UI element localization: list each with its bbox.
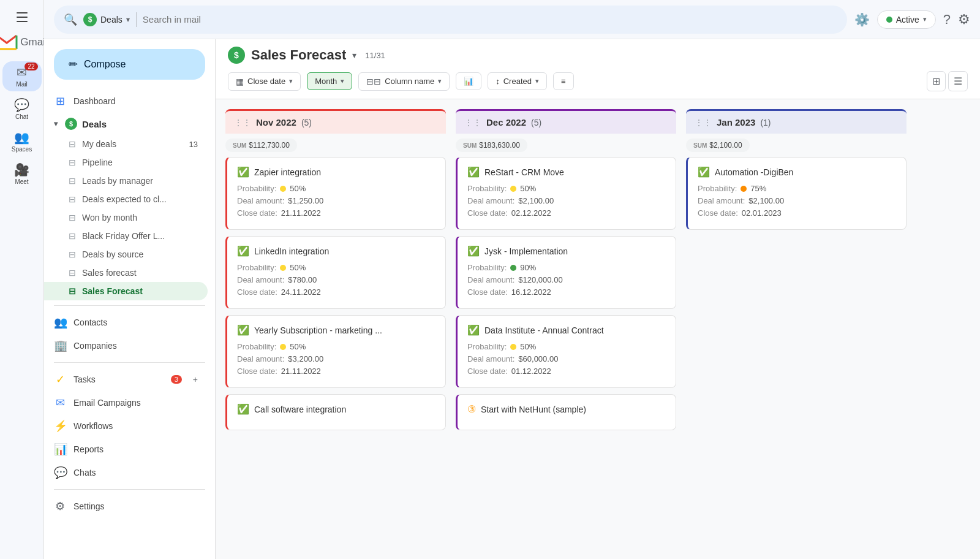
settings-icon[interactable]: ⚙ <box>958 12 970 28</box>
deals-nav-header[interactable]: ▾ $ Deals <box>44 113 215 135</box>
prob-value-jysk: 90% <box>520 263 536 272</box>
search-icon: 🔍 <box>64 13 77 26</box>
deal-title-data-institute: ✅ Data Institute - Annual Contract <box>467 324 666 336</box>
tasks-add-icon[interactable]: + <box>193 375 198 384</box>
page-title-chevron-icon[interactable]: ▾ <box>352 50 356 60</box>
filter-icon[interactable]: ⚙️ <box>854 12 870 27</box>
card-view-button[interactable]: ⊞ <box>927 71 946 91</box>
won-month-icon: ⊟ <box>69 213 76 222</box>
deal-card-automation[interactable]: ✅ Automation -DigiBen Probability: 75% D… <box>686 157 907 230</box>
deal-card-linkedin[interactable]: ✅ LinkedIn integration Probability: 50% … <box>225 236 446 309</box>
sidebar-item-won-by-month[interactable]: ⊟ Won by month <box>44 208 208 227</box>
sidebar-nav-meet[interactable]: 🎥 Meet <box>2 159 42 189</box>
prob-value-linkedin: 50% <box>290 263 306 272</box>
deals-selector[interactable]: $ Deals ▾ <box>83 13 130 26</box>
column-sum-dec2022: SUM $183,630.00 <box>456 139 527 152</box>
compose-button[interactable]: ✏ Compose <box>54 49 205 80</box>
sidebar-item-dashboard[interactable]: ⊞ Dashboard <box>44 89 208 113</box>
column-count-nov2022: (5) <box>301 118 312 127</box>
settings-label: Settings <box>74 501 105 511</box>
close-date-label: Close date <box>247 77 285 86</box>
sidebar-item-workflows[interactable]: ⚡ Workflows <box>44 414 208 438</box>
nav-divider-2 <box>54 362 205 363</box>
sidebar-item-tasks[interactable]: ✓ Tasks 3 + <box>44 368 208 391</box>
sidebar-item-sales-forecast-sub[interactable]: ⊟ Sales forecast <box>44 264 208 282</box>
chats-label: Chats <box>74 468 96 477</box>
close-date-value-yearly: 21.11.2022 <box>281 367 321 376</box>
deal-check-linkedin-icon: ✅ <box>237 245 249 257</box>
deal-card-jysk[interactable]: ✅ Jysk - Implementation Probability: 90%… <box>456 236 676 309</box>
deal-card-call-software[interactable]: ✅ Call software integration <box>225 394 446 430</box>
column-cards-dec2022: ✅ ReStart - CRM Move Probability: 50% De… <box>456 157 676 549</box>
deal-amount-restart: Deal amount: $2,100.00 <box>467 196 666 205</box>
deal-check-data-icon: ✅ <box>467 324 480 336</box>
help-icon[interactable]: ? <box>943 12 951 28</box>
close-date-value-jysk: 16.12.2022 <box>511 287 551 297</box>
filter-column-name[interactable]: ⊟⊟ Column name ▾ <box>358 72 450 91</box>
sidebar-item-deals-expected[interactable]: ⊟ Deals expected to cl... <box>44 190 208 208</box>
email-campaigns-label: Email Campaigns <box>74 398 141 408</box>
deal-card-restart[interactable]: ✅ ReStart - CRM Move Probability: 50% De… <box>456 157 676 230</box>
filter-extra[interactable]: ≡ <box>553 72 574 90</box>
sidebar-item-settings[interactable]: ⚙ Settings <box>44 495 208 518</box>
sidebar-nav-chat[interactable]: 💬 Chat <box>2 94 42 124</box>
deals-icon: $ <box>83 13 97 26</box>
left-nav: ✏ Compose ⊞ Dashboard ▾ $ Deals ⊟ My dea… <box>44 39 216 559</box>
sales-forecast-active-icon: ⊟ <box>69 286 76 296</box>
sidebar-item-my-deals[interactable]: ⊟ My deals 13 <box>44 135 208 153</box>
close-date-chevron-icon: ▾ <box>289 77 293 85</box>
sidebar-item-companies[interactable]: 🏢 Companies <box>44 334 208 357</box>
sidebar-nav-mail[interactable]: ✉ 22 Mail <box>2 61 42 91</box>
sidebar-item-pipeline[interactable]: ⊟ Pipeline <box>44 153 208 172</box>
nav-divider-1 <box>54 305 205 306</box>
reports-icon: 📊 <box>54 443 66 456</box>
list-view-button[interactable]: ☰ <box>948 71 968 91</box>
sidebar-nav-spaces[interactable]: 👥 Spaces <box>2 126 42 156</box>
sales-forecast-sub-label: Sales forecast <box>82 268 137 278</box>
deal-amount-automation: Deal amount: $2,100.00 <box>698 196 896 205</box>
chart-view-button[interactable]: 📊 <box>456 72 481 90</box>
sidebar-item-deals-by-source[interactable]: ⊟ Deals by source <box>44 245 208 264</box>
mail-badge: 22 <box>24 63 37 70</box>
column-drag-dec-icon: ⋮⋮ <box>464 118 481 127</box>
kanban-column-nov2022: ⋮⋮ Nov 2022 (5) SUM $112,730.00 ✅ Zapier… <box>225 109 446 549</box>
close-date-icon: ▦ <box>236 77 244 86</box>
filter-month[interactable]: Month ▾ <box>307 72 352 90</box>
amount-value-restart: $2,100.00 <box>518 196 554 205</box>
sidebar-item-email-campaigns[interactable]: ✉ Email Campaigns <box>44 391 208 414</box>
deal-check-yearly-icon: ✅ <box>237 324 249 336</box>
sidebar-item-contacts[interactable]: 👥 Contacts <box>44 311 208 334</box>
hamburger-menu[interactable] <box>10 5 34 29</box>
sidebar-item-chats[interactable]: 💬 Chats <box>44 461 208 484</box>
prob-dot-yearly-icon <box>280 344 286 350</box>
prob-value-data-institute: 50% <box>520 342 536 351</box>
deal-card-data-institute[interactable]: ✅ Data Institute - Annual Contract Proba… <box>456 315 676 388</box>
search-input[interactable] <box>143 14 837 25</box>
deal-title-yearly: ✅ Yearly Subscription - marketing ... <box>237 324 435 336</box>
active-status-button[interactable]: Active ▾ <box>877 10 936 29</box>
column-header-jan2023: ⋮⋮ Jan 2023 (1) <box>686 109 907 134</box>
sidebar-item-reports[interactable]: 📊 Reports <box>44 438 208 461</box>
deal-card-yearly[interactable]: ✅ Yearly Subscription - marketing ... Pr… <box>225 315 446 388</box>
sidebar-item-sales-forecast-active[interactable]: ⊟ Sales Forecast <box>44 282 208 300</box>
sidebar-item-black-friday[interactable]: ⊟ Black Friday Offer L... <box>44 227 208 245</box>
column-name-chevron-icon: ▾ <box>438 77 442 85</box>
kanban-column-dec2022: ⋮⋮ Dec 2022 (5) SUM $183,630.00 ✅ ReStar… <box>456 109 676 549</box>
tasks-label: Tasks <box>74 375 96 384</box>
deal-name-data-institute: Data Institute - Annual Contract <box>484 325 604 335</box>
deal-check-automation-icon: ✅ <box>698 166 710 178</box>
created-label: Created <box>503 77 532 86</box>
deal-card-zapier[interactable]: ✅ Zapier integration Probability: 50% De… <box>225 157 446 230</box>
deal-name-yearly: Yearly Subscription - marketing ... <box>254 325 382 335</box>
amount-value-yearly: $3,200.00 <box>288 354 323 363</box>
top-header: 🔍 $ Deals ▾ ⚙️ Active ▾ ? ⚙ <box>44 0 980 39</box>
filter-close-date[interactable]: ▦ Close date ▾ <box>228 72 301 91</box>
filter-created[interactable]: ↕ Created ▾ <box>488 72 547 90</box>
black-friday-label: Black Friday Offer L... <box>82 231 165 241</box>
compose-icon: ✏ <box>69 58 78 71</box>
deal-card-nethunt[interactable]: ③ Start with NetHunt (sample) <box>456 394 676 430</box>
companies-label: Companies <box>74 341 117 351</box>
compose-label: Compose <box>84 59 126 70</box>
sidebar-item-leads-by-manager[interactable]: ⊟ Leads by manager <box>44 172 208 190</box>
pipeline-icon: ⊟ <box>69 158 76 167</box>
